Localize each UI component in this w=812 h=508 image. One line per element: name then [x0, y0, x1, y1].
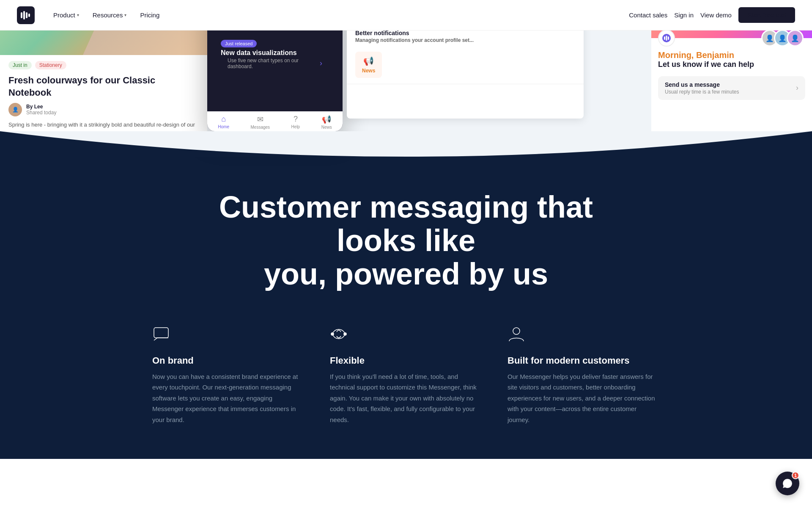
logo[interactable] — [17, 6, 35, 24]
messages-icon: ✉ — [257, 115, 263, 124]
main-headline: Customer messaging that looks like you, … — [216, 190, 596, 291]
feature-flexible: Flexible If you think you'll need a lot … — [330, 325, 482, 425]
svg-rect-7 — [668, 36, 669, 40]
sign-in-link[interactable]: Sign in — [674, 11, 694, 19]
svg-rect-1 — [23, 11, 25, 19]
resources-nav-link[interactable]: Resources ▾ — [88, 8, 132, 22]
send-message-text: Send us a message Usual reply time is a … — [665, 81, 739, 95]
home-icon: ⌂ — [221, 115, 226, 124]
blog-excerpt: Spring is here - bringing with it a stri… — [0, 121, 207, 131]
product-sub: Managing notifications your account prof… — [355, 37, 575, 43]
resources-chevron-icon: ▾ — [124, 13, 126, 17]
svg-point-11 — [513, 328, 520, 334]
feature-title-flexible: Flexible — [330, 355, 482, 366]
feature-desc-on-brand: Now you can have a consistent brand expe… — [152, 371, 304, 425]
released-badge: Just released — [221, 40, 257, 47]
pricing-nav-link[interactable]: Pricing — [135, 8, 165, 22]
tab-home[interactable]: ⌂ Home — [218, 115, 229, 130]
tab-help[interactable]: ? Help — [291, 115, 300, 130]
svg-rect-8 — [154, 328, 168, 338]
flexible-icon — [330, 325, 482, 347]
blog-tags: Just in Stationery — [0, 55, 207, 73]
author-time: Shared today — [26, 110, 56, 116]
product-tabs: 📢 News — [355, 52, 575, 78]
feature-desc-flexible: If you think you'll need a lot of time, … — [330, 371, 482, 425]
release-sub: Use five new chart types on our dashboar… — [228, 58, 320, 69]
news-tab-label: News — [362, 68, 375, 74]
widget-avatars: 👤 👤 👤 — [765, 30, 804, 47]
dark-section: Customer messaging that looks like you, … — [0, 157, 812, 459]
avatar-3: 👤 — [787, 30, 804, 47]
svg-rect-6 — [666, 36, 667, 41]
feature-title-modern: Built for modern customers — [508, 355, 660, 366]
blog-title: Fresh colourways for our Classic Noteboo… — [0, 73, 207, 103]
help-icon: ? — [294, 115, 298, 124]
news-icon: 📢 — [322, 115, 331, 124]
svg-rect-5 — [664, 36, 665, 40]
navbar: Product ▾ Resources ▾ Pricing Contact sa… — [0, 0, 812, 30]
author-info: By Lee Shared today — [26, 104, 56, 116]
start-trial-button[interactable]: Start free trial — [738, 7, 795, 23]
nav-links: Product ▾ Resources ▾ Pricing — [48, 8, 165, 22]
author-name: By Lee — [26, 104, 56, 110]
chat-icon — [152, 325, 304, 347]
tab-news[interactable]: 📢 News — [321, 115, 332, 130]
blog-author: 👤 By Lee Shared today — [0, 103, 207, 121]
nav-right: Contact sales Sign in View demo Start fr… — [629, 7, 795, 23]
product-nav-link[interactable]: Product ▾ — [48, 8, 84, 22]
svg-point-9 — [331, 333, 334, 335]
news-tab-item[interactable]: 📢 News — [355, 52, 382, 78]
person-icon — [508, 325, 660, 347]
feature-title-on-brand: On brand — [152, 355, 304, 366]
svg-rect-2 — [26, 12, 27, 18]
widget-body: Morning, Benjamin Let us know if we can … — [651, 38, 812, 105]
send-arrow-icon: › — [796, 83, 798, 92]
curve-transition — [0, 131, 812, 157]
feature-on-brand: On brand Now you can have a consistent b… — [152, 325, 304, 425]
release-row: Use five new chart types on our dashboar… — [221, 57, 329, 74]
product-chevron-icon: ▾ — [77, 13, 79, 17]
features-grid: On brand Now you can have a consistent b… — [152, 325, 660, 425]
nav-left: Product ▾ Resources ▾ Pricing — [17, 6, 165, 24]
product-title: Better notifications — [355, 30, 575, 36]
avatar: 👤 — [8, 103, 22, 116]
contact-sales-link[interactable]: Contact sales — [629, 11, 667, 19]
tag-stationery: Stationery — [35, 61, 66, 69]
feature-modern: Built for modern customers Our Messenger… — [508, 325, 660, 425]
tag-just-in: Just in — [8, 61, 32, 69]
release-title: New data visualizations — [221, 49, 329, 57]
svg-rect-3 — [28, 14, 30, 17]
view-demo-link[interactable]: View demo — [700, 11, 732, 19]
send-message-button[interactable]: Send us a message Usual reply time is a … — [658, 76, 805, 100]
brand-icon — [658, 30, 675, 47]
widget-greeting: Morning, Benjamin Let us know if we can … — [658, 50, 805, 69]
release-arrow-icon: › — [320, 59, 322, 68]
svg-rect-0 — [21, 12, 22, 18]
megaphone-icon: 📢 — [363, 56, 374, 66]
svg-point-10 — [344, 333, 346, 335]
messenger-bottom-nav: ⌂ Home ✉ Messages ? Help 📢 News — [207, 111, 343, 131]
feature-desc-modern: Our Messenger helps you deliver faster a… — [508, 371, 660, 425]
tab-messages[interactable]: ✉ Messages — [250, 115, 270, 130]
